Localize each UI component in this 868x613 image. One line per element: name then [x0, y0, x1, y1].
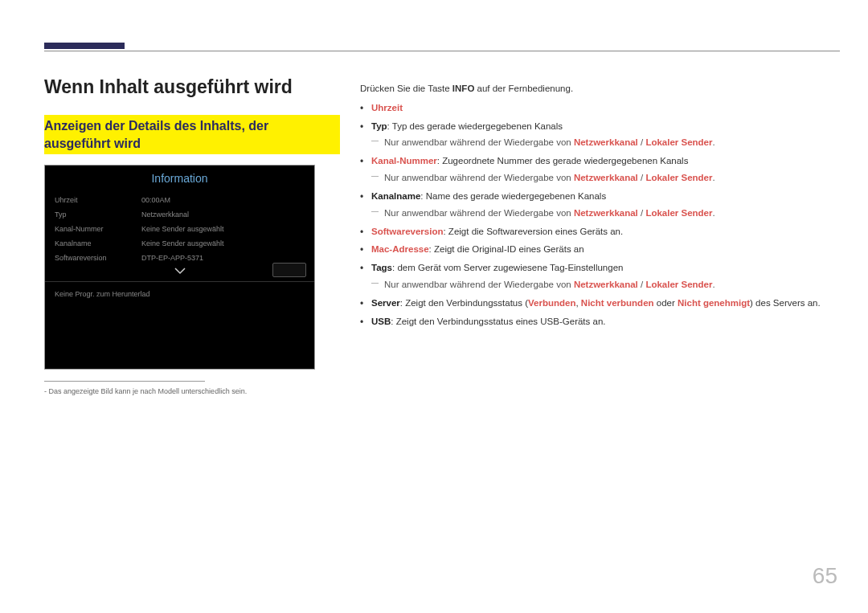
note-sep: / — [638, 137, 646, 147]
desc-server-2: oder — [654, 298, 678, 308]
bullet-kanalnummer: Kanal-Nummer: Zugeordnete Nummer des ger… — [371, 154, 826, 186]
chevron-down-icon — [174, 267, 186, 275]
info-row: Kanalname Keine Sender ausgewählt — [45, 236, 314, 251]
bullet-mac: Mac-Adresse: Zeigt die Original-ID eines… — [371, 243, 826, 257]
desc-server-3: ) des Servers an. — [750, 298, 821, 308]
bullet-swver: Softwareversion: Zeigt die Softwareversi… — [371, 225, 826, 239]
label-tags: Tags — [371, 263, 392, 272]
note-prefix: Nur anwendbar während der Wiedergabe von — [384, 137, 574, 147]
label-swver: Softwareversion — [371, 227, 443, 236]
header-rule — [44, 51, 840, 51]
server-v2: Nicht verbunden — [581, 298, 654, 308]
info-label: Softwareversion — [55, 254, 141, 262]
note-sep: / — [638, 208, 646, 218]
ok-button-graphic — [272, 263, 306, 277]
info-row: Kanal-Nummer Keine Sender ausgewählt — [45, 222, 314, 236]
header-accent-bar — [44, 43, 125, 49]
note-sep: / — [638, 280, 646, 289]
bullet-uhrzeit: Uhrzeit — [371, 101, 826, 116]
label-uhrzeit: Uhrzeit — [371, 103, 403, 112]
note-kanalname: Nur anwendbar während der Wiedergabe von… — [384, 206, 826, 221]
server-v1: Verbunden — [528, 298, 575, 308]
label-kanalnummer: Kanal-Nummer — [371, 156, 437, 166]
intro-bold: INFO — [452, 84, 474, 93]
label-kanalname: Kanalname — [371, 191, 420, 201]
note-prefix: Nur anwendbar während der Wiedergabe von — [384, 173, 574, 182]
note-prefix: Nur anwendbar während der Wiedergabe von — [384, 208, 574, 218]
note-sep: / — [638, 173, 646, 182]
info-row: Typ Netzwerkkanal — [45, 207, 314, 222]
info-label: Typ — [55, 210, 141, 219]
desc-kanalnummer: : Zugeordnete Nummer des gerade wiederge… — [437, 156, 689, 166]
info-label: Kanal-Nummer — [55, 225, 141, 233]
note-end: . — [712, 280, 714, 289]
info-label: Uhrzeit — [55, 196, 141, 204]
desc-kanalname: : Name des gerade wiedergegebenen Kanals — [420, 191, 606, 201]
note-link1: Netzwerkkanal — [574, 173, 638, 182]
info-screenshot: Information Uhrzeit 00:00AM Typ Netzwerk… — [44, 165, 315, 370]
footnote: Das angezeigte Bild kann je nach Modell … — [44, 387, 247, 395]
info-value: Keine Sender ausgewählt — [141, 225, 224, 233]
note-typ: Nur anwendbar während der Wiedergabe von… — [384, 136, 826, 150]
label-typ: Typ — [371, 121, 387, 131]
page-title: Wenn Inhalt ausgeführt wird — [44, 76, 293, 98]
intro-pre: Drücken Sie die Taste — [360, 84, 452, 93]
server-v3: Nicht genehmigt — [678, 298, 750, 308]
note-link2: Lokaler Sender — [645, 280, 712, 289]
desc-server-1: : Zeigt den Verbindungsstatus ( — [400, 298, 528, 308]
note-tags: Nur anwendbar während der Wiedergabe von… — [384, 278, 826, 292]
note-link1: Netzwerkkanal — [574, 208, 638, 218]
label-mac: Mac-Adresse — [371, 244, 429, 254]
note-link2: Lokaler Sender — [645, 208, 712, 218]
bullet-server: Server: Zeigt den Verbindungsstatus (Ver… — [371, 296, 826, 311]
divider — [45, 281, 314, 282]
note-link1: Netzwerkkanal — [574, 280, 638, 289]
page-number: 65 — [813, 563, 837, 589]
scroll-indicator — [45, 265, 314, 280]
download-message: Keine Progr. zum Herunterlad — [45, 284, 314, 304]
intro-post: auf der Fernbedienung. — [474, 84, 573, 93]
section-subtitle: Anzeigen der Details des Inhalts, der au… — [44, 115, 340, 154]
info-value: Netzwerkkanal — [141, 210, 189, 219]
info-value: DTP-EP-APP-5371 — [141, 254, 203, 262]
note-link2: Lokaler Sender — [645, 137, 712, 147]
desc-tags: : dem Gerät vom Server zugewiesene Tag-E… — [392, 263, 623, 272]
note-end: . — [712, 173, 714, 182]
info-value: Keine Sender ausgewählt — [141, 239, 224, 247]
desc-typ: : Typ des gerade wiedergegebenen Kanals — [387, 121, 563, 131]
info-label: Kanalname — [55, 239, 141, 247]
note-prefix: Nur anwendbar während der Wiedergabe von — [384, 280, 574, 289]
desc-mac: : Zeigt die Original-ID eines Geräts an — [429, 244, 584, 254]
note-link2: Lokaler Sender — [645, 173, 712, 182]
description-column: Drücken Sie die Taste INFO auf der Fernb… — [360, 82, 826, 333]
bullet-usb: USB: Zeigt den Verbindungsstatus eines U… — [371, 315, 826, 329]
bullet-list: Uhrzeit Typ: Typ des gerade wiedergegebe… — [360, 101, 826, 329]
label-usb: USB — [371, 317, 391, 326]
desc-swver: : Zeigt die Softwareversion eines Geräts… — [443, 227, 623, 236]
desc-usb: : Zeigt den Verbindungsstatus eines USB-… — [391, 317, 605, 326]
intro-text: Drücken Sie die Taste INFO auf der Fernb… — [360, 82, 826, 96]
note-end: . — [712, 208, 714, 218]
footnote-rule — [44, 381, 205, 382]
note-link1: Netzwerkkanal — [574, 137, 638, 147]
note-kanalnummer: Nur anwendbar während der Wiedergabe von… — [384, 171, 826, 186]
info-value: 00:00AM — [141, 196, 170, 204]
bullet-kanalname: Kanalname: Name des gerade wiedergegeben… — [371, 190, 826, 221]
note-end: . — [712, 137, 714, 147]
bullet-tags: Tags: dem Gerät vom Server zugewiesene T… — [371, 261, 826, 292]
screenshot-title: Information — [45, 166, 314, 193]
bullet-typ: Typ: Typ des gerade wiedergegebenen Kana… — [371, 120, 826, 151]
info-row: Uhrzeit 00:00AM — [45, 193, 314, 207]
label-server: Server — [371, 298, 400, 308]
